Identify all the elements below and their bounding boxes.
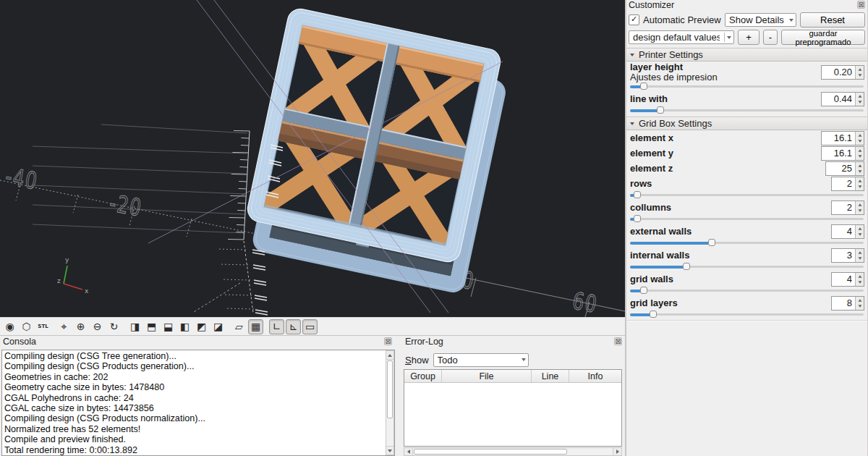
param-row-rows: rows 2 (626, 176, 867, 191)
grid-layers-slider[interactable] (630, 311, 864, 318)
errorlog-table[interactable]: Group File Line Info (404, 369, 622, 447)
grid-walls-spinbox[interactable]: 4 (831, 272, 864, 287)
param-value[interactable]: 2 (832, 177, 855, 190)
element-x-spinbox[interactable]: 16.1 (821, 131, 864, 145)
show-edges-button[interactable]: ▦ (248, 319, 263, 334)
errorlog-filter-dropdown[interactable]: Todo (433, 353, 529, 367)
view-right-button[interactable]: ◨ (127, 319, 142, 334)
errorlog-close-icon[interactable]: ⊠ (614, 337, 622, 345)
section-header-printer-settings[interactable]: Printer Settings (626, 48, 867, 62)
param-label: external walls (630, 227, 692, 237)
console-close-icon[interactable]: ⊠ (384, 337, 392, 345)
view-diagonal-button[interactable]: ▱ (231, 319, 247, 334)
preview-button[interactable]: ◉ (2, 319, 17, 334)
add-preset-button[interactable]: + (738, 30, 760, 45)
column-header-line[interactable]: Line (532, 370, 569, 382)
scroll-up-icon[interactable] (386, 351, 393, 360)
internal-walls-spinbox[interactable]: 3 (831, 248, 864, 263)
slider-handle[interactable] (634, 215, 641, 222)
view-back-button[interactable]: ◪ (210, 319, 226, 334)
spin-arrows-icon[interactable] (855, 273, 864, 286)
internal-walls-slider[interactable] (630, 263, 864, 270)
customizer-panel: Customizer ⊠ ✓ Automatic Preview Show De… (625, 0, 868, 456)
section-header-grid-box-settings[interactable]: Grid Box Settings (626, 117, 867, 130)
rows-spinbox[interactable]: 2 (831, 177, 864, 191)
preset-dropdown[interactable]: design default values (629, 30, 734, 44)
param-value[interactable]: 8 (832, 297, 855, 310)
orthogonal-view-button[interactable]: ▭ (302, 319, 318, 334)
slider-handle[interactable] (708, 239, 715, 246)
param-value[interactable]: 0.20 (822, 66, 855, 79)
spin-arrows-icon[interactable] (855, 147, 864, 160)
external-walls-slider[interactable] (630, 240, 864, 246)
spin-arrows-icon[interactable] (855, 201, 864, 214)
orthogonal-view-icon: ▭ (305, 321, 315, 332)
param-value[interactable]: 3 (832, 249, 855, 262)
3d-viewport[interactable]: -40 -20 40 60 (0, 0, 625, 317)
param-value[interactable]: 16.1 (822, 147, 855, 160)
details-dropdown[interactable]: Show Details (725, 13, 796, 27)
param-value[interactable]: 2 (832, 201, 855, 214)
rows-slider[interactable] (630, 192, 864, 198)
console-output[interactable]: Compiling design (CSG Tree generation)..… (1, 350, 395, 456)
spin-arrows-icon[interactable] (855, 132, 864, 145)
collumns-slider[interactable] (630, 216, 864, 222)
show-axes-button[interactable]: ∟ (269, 319, 284, 334)
console-scrollbar[interactable] (386, 350, 394, 455)
reset-view-button[interactable]: ↻ (106, 319, 122, 334)
spin-arrows-icon[interactable] (855, 249, 864, 262)
slider-handle[interactable] (640, 287, 647, 294)
collumns-spinbox[interactable]: 2 (831, 200, 864, 215)
scroll-down-icon[interactable] (386, 446, 393, 455)
console-scroll-thumb[interactable] (387, 360, 393, 418)
param-value[interactable]: 16.1 (822, 132, 855, 145)
param-value[interactable]: 4 (832, 273, 855, 286)
zoom-out-button[interactable]: ⊖ (90, 319, 105, 334)
scroll-left-icon[interactable] (404, 448, 413, 455)
grid-layers-spinbox[interactable]: 8 (831, 296, 864, 311)
reset-button[interactable]: Reset (800, 12, 865, 28)
spin-arrows-icon[interactable] (855, 93, 864, 106)
view-top-button[interactable]: ⬒ (144, 319, 159, 334)
slider-handle[interactable] (634, 191, 641, 198)
zoom-in-button[interactable]: ⊕ (73, 319, 88, 334)
column-header-info[interactable]: Info (569, 370, 621, 382)
column-header-file[interactable]: File (442, 370, 532, 382)
param-value[interactable]: 0.44 (822, 93, 855, 106)
spin-arrows-icon[interactable] (855, 225, 864, 238)
element-z-spinbox[interactable]: 25 (825, 161, 864, 176)
line-width-spinbox[interactable]: 0.44 (821, 92, 864, 106)
export-stl-button[interactable]: STL (35, 319, 51, 334)
spin-arrows-icon[interactable] (855, 66, 864, 79)
param-value[interactable]: 25 (826, 162, 855, 175)
remove-preset-button[interactable]: - (763, 30, 778, 45)
view-bottom-button[interactable]: ⬓ (161, 319, 176, 334)
slider-handle[interactable] (650, 311, 657, 318)
show-scale-markers-button[interactable]: ⊾ (286, 319, 301, 334)
param-row-element-y: element y 16.1 (626, 145, 867, 161)
slider-handle[interactable] (640, 83, 647, 90)
spin-arrows-icon[interactable] (855, 162, 864, 175)
param-value[interactable]: 4 (832, 225, 855, 238)
element-y-spinbox[interactable]: 16.1 (821, 146, 864, 161)
save-preset-button[interactable]: guardar preprogramado (781, 30, 865, 45)
spin-arrows-icon[interactable] (855, 297, 864, 310)
errorlog-scroll-thumb[interactable] (414, 449, 567, 455)
external-walls-spinbox[interactable]: 4 (831, 224, 864, 239)
errorlog-hscrollbar[interactable] (404, 447, 622, 456)
scroll-right-icon[interactable] (613, 448, 621, 455)
render-button[interactable]: ⬡ (19, 319, 34, 334)
grid-walls-slider[interactable] (630, 287, 864, 294)
slider-handle[interactable] (683, 263, 690, 270)
zoom-all-button[interactable]: ⌖ (56, 319, 72, 334)
customizer-close-icon[interactable]: ⊠ (857, 1, 865, 9)
column-header-group[interactable]: Group (404, 370, 442, 382)
view-front-button[interactable]: ◩ (194, 319, 209, 334)
line-width-slider[interactable] (630, 107, 864, 114)
layer-height-spinbox[interactable]: 0.20 (821, 65, 864, 80)
slider-handle[interactable] (657, 106, 664, 114)
automatic-preview-checkbox[interactable]: ✓ (629, 14, 639, 25)
view-left-button[interactable]: ◧ (177, 319, 192, 334)
spin-arrows-icon[interactable] (855, 177, 864, 190)
layer-height-slider[interactable] (630, 83, 864, 90)
